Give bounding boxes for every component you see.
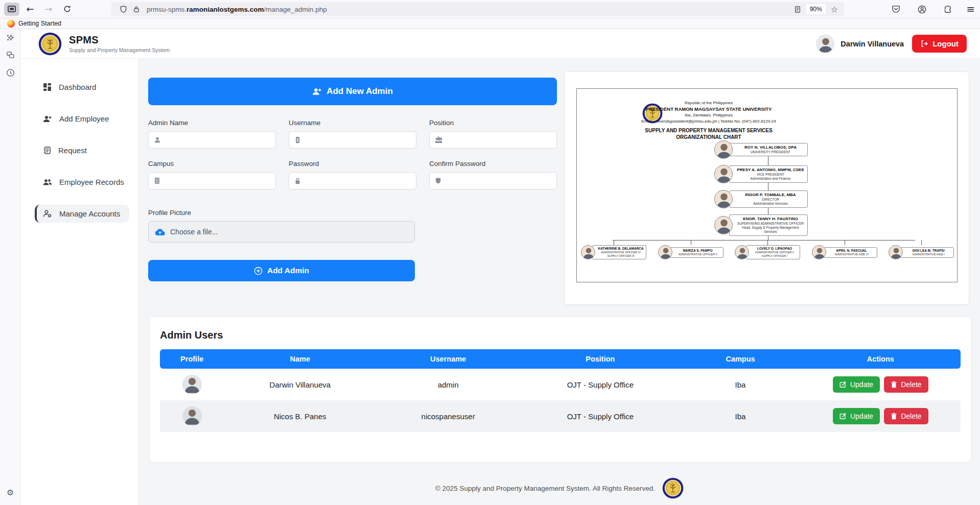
main-content: Add New Admin Admin Name Username Positi… bbox=[139, 59, 980, 505]
org-node-title: SUPERVISING ADMINISTRATIVE OFFICER bbox=[736, 222, 805, 226]
admin-users-table: Profile Name Username Position Campus Ac… bbox=[160, 349, 961, 432]
tracking-shield-icon[interactable] bbox=[120, 5, 127, 13]
password-input[interactable] bbox=[305, 173, 416, 189]
app-title: SPMS bbox=[69, 34, 170, 46]
request-document-icon bbox=[43, 146, 51, 155]
bookmark-star-icon[interactable]: ☆ bbox=[831, 5, 838, 14]
logout-icon bbox=[920, 40, 928, 47]
sidebar-item-employee-records[interactable]: Employee Records bbox=[35, 173, 129, 191]
app-header: SPMS Supply and Property Management Syst… bbox=[20, 29, 980, 59]
org-node-photo bbox=[735, 245, 749, 259]
column-actions: Actions bbox=[801, 349, 961, 369]
update-button[interactable]: Update bbox=[833, 408, 880, 424]
sidebar-item-label: Add Employee bbox=[59, 114, 109, 123]
trash-icon bbox=[891, 381, 897, 388]
org-line3: Iba, Zambales, Philippines bbox=[641, 112, 776, 118]
org-node: ROY N. VILLALOBOS, DPA UNIVERSITY PRESID… bbox=[714, 140, 808, 159]
app-subtitle: Supply and Property Management System bbox=[69, 47, 170, 53]
reload-button[interactable] bbox=[59, 3, 75, 16]
profile-picture-file-input[interactable]: Choose a file... bbox=[148, 221, 415, 243]
org-node-sub: Administrative Services bbox=[736, 202, 805, 206]
admin-name-input[interactable] bbox=[165, 132, 275, 148]
update-button[interactable]: Update bbox=[833, 376, 880, 393]
sidebar-item-label: Employee Records bbox=[59, 178, 124, 186]
org-node: GIGI LEA M. TRAPSI ADMINISTRATIVE AIDE I bbox=[889, 245, 954, 259]
browser-toolbar: ← → prmsu-spms.ramonianlostgems.com/mana… bbox=[0, 0, 980, 18]
org-node: KATHERINE B. DELAMARCA ADMINISTRATIVE OF… bbox=[581, 245, 646, 259]
plus-circle-icon bbox=[254, 267, 263, 275]
add-new-admin-banner[interactable]: Add New Admin bbox=[148, 78, 557, 105]
org-node-title: ADMINISTRATIVE OFFICER V/ bbox=[597, 251, 645, 254]
reload-icon bbox=[63, 5, 71, 13]
username-input[interactable] bbox=[305, 132, 416, 148]
org-node-sub: Head, Supply & Property Management Servi… bbox=[736, 226, 805, 234]
reader-mode-icon[interactable] bbox=[794, 6, 801, 13]
edit-icon bbox=[839, 381, 847, 388]
person-icon bbox=[154, 136, 161, 143]
delete-button[interactable]: Delete bbox=[884, 376, 928, 393]
table-row: Nicos B. Panes nicospanesuser OJT - Supp… bbox=[160, 400, 961, 432]
position-input[interactable] bbox=[447, 132, 556, 148]
org-node: PRESY A. ANTONIO, MMPM, CSEE VICE PRESID… bbox=[714, 165, 808, 183]
org-node-name: ROY N. VILLALOBOS, DPA bbox=[736, 145, 805, 150]
pocket-icon[interactable] bbox=[892, 5, 900, 13]
forward-button[interactable]: → bbox=[41, 3, 56, 16]
people-icon bbox=[43, 178, 52, 186]
logout-button[interactable]: Logout bbox=[912, 35, 967, 53]
org-node-name: LOVELY D. LIPAOPAO bbox=[751, 247, 799, 251]
bookmarks-bar: Getting Started bbox=[0, 18, 980, 29]
add-admin-button[interactable]: Add Admin bbox=[148, 260, 415, 281]
extensions-icon[interactable] bbox=[944, 5, 952, 13]
sidebar-item-manage-accounts[interactable]: Manage Accounts bbox=[35, 205, 129, 223]
confirm-password-input[interactable] bbox=[446, 173, 556, 189]
lock-icon[interactable] bbox=[133, 6, 139, 13]
org-node-photo bbox=[714, 216, 733, 234]
row-username: admin bbox=[376, 369, 520, 400]
sidebar-toggle-button[interactable] bbox=[4, 3, 19, 16]
edit-icon bbox=[839, 413, 847, 420]
briefcase-icon bbox=[435, 136, 442, 143]
settings-gear-icon[interactable]: ⚙ bbox=[0, 484, 20, 501]
org-node-photo bbox=[714, 190, 733, 208]
university-seal-logo bbox=[662, 477, 684, 499]
url-bar[interactable]: prmsu-spms.ramonianlostgems.com/manage_a… bbox=[111, 2, 844, 16]
org-node-name: RIGOR P. TOMBALE, MBA bbox=[736, 193, 805, 198]
cloud-upload-icon bbox=[155, 228, 165, 236]
org-node-name: KATHERINE B. DELAMARCA bbox=[597, 247, 645, 251]
org-node-name: ENGR. TANNY H. FAUSTINO bbox=[736, 217, 805, 222]
zoom-level-badge[interactable]: 90% bbox=[806, 4, 826, 14]
admin-name-label: Admin Name bbox=[148, 119, 276, 127]
bookmark-getting-started[interactable]: Getting Started bbox=[18, 20, 61, 27]
org-node-title: ADMINISTRATIVE OFFICER I/ bbox=[751, 251, 799, 254]
org-node-title: UNIVERSITY PRESIDENT bbox=[736, 150, 805, 154]
ai-chat-icon[interactable] bbox=[0, 29, 20, 46]
url-text: prmsu-spms.ramonianlostgems.com/manage_a… bbox=[147, 6, 327, 13]
person-plus-icon bbox=[43, 115, 52, 123]
column-name: Name bbox=[224, 349, 376, 369]
add-admin-form: Admin Name Username Position Campus bbox=[148, 119, 557, 189]
username-label: Username bbox=[289, 119, 416, 127]
connector-line bbox=[613, 240, 915, 241]
org-chart: Republic of the Philippines PRESIDENT RA… bbox=[576, 88, 958, 282]
synced-tabs-icon[interactable] bbox=[0, 46, 20, 64]
org-node: ENGR. TANNY H. FAUSTINO SUPERVISING ADMI… bbox=[714, 214, 808, 236]
sidebar-item-dashboard[interactable]: Dashboard bbox=[35, 78, 129, 96]
history-icon[interactable] bbox=[0, 64, 20, 81]
account-icon[interactable] bbox=[918, 5, 926, 14]
back-button[interactable]: ← bbox=[22, 3, 38, 16]
row-name: Darwin Villanueva bbox=[224, 369, 376, 400]
dashboard-icon bbox=[43, 83, 52, 91]
person-plus-icon bbox=[312, 87, 322, 96]
row-avatar bbox=[182, 375, 202, 394]
campus-input[interactable] bbox=[165, 173, 275, 189]
org-node-title: DIRECTOR bbox=[736, 198, 805, 202]
campus-label: Campus bbox=[148, 160, 276, 167]
sidebar-item-add-employee[interactable]: Add Employee bbox=[35, 110, 129, 128]
sidebar-item-request[interactable]: Request bbox=[35, 141, 129, 159]
org-node: MARIZA S. PAMPO ADMINISTRATIVE OFFICER I… bbox=[658, 245, 724, 259]
brand: SPMS Supply and Property Management Syst… bbox=[38, 32, 170, 56]
delete-button[interactable]: Delete bbox=[884, 408, 928, 424]
app-sidebar: Dashboard Add Employee Request Employee … bbox=[20, 59, 139, 505]
row-avatar bbox=[182, 406, 202, 426]
menu-icon[interactable]: ≡ bbox=[966, 3, 975, 15]
